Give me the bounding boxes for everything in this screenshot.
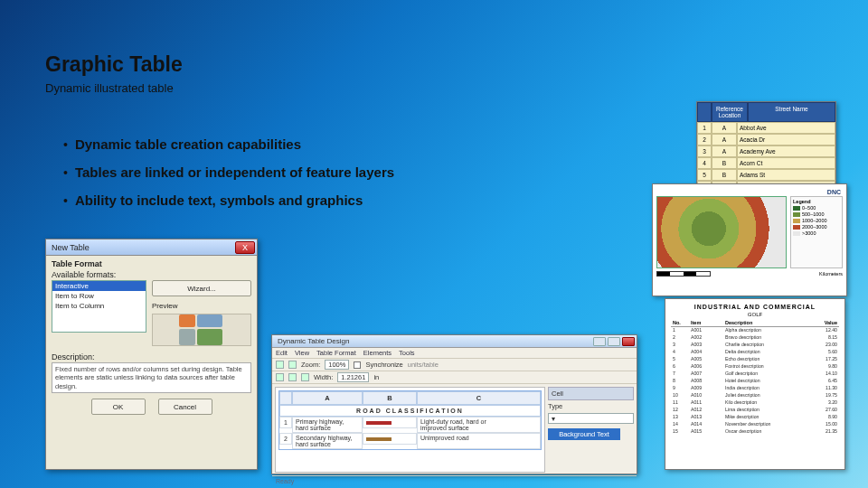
preview-label: Preview <box>152 302 251 310</box>
col-header[interactable]: B <box>363 391 417 405</box>
table-row: 9A009India description11.30 <box>671 385 839 392</box>
unit-label: in <box>373 373 379 381</box>
table-row: 4A004Delta description5.60 <box>671 349 839 356</box>
cell[interactable]: Unimproved road <box>417 433 541 449</box>
legend-item: 1000–2000 <box>793 218 840 223</box>
col-header[interactable] <box>279 391 292 405</box>
page-subtitle: Dynamic illustrated table <box>45 81 174 95</box>
table-row: 1AAbbot Ave <box>697 122 835 134</box>
table-row: 8A008Hotel description6.45 <box>671 378 839 385</box>
zoom-field[interactable]: 100% <box>325 360 349 370</box>
menu-item[interactable]: Table Format <box>316 349 356 357</box>
table-row: 10A010Juliet description19.75 <box>671 392 839 399</box>
thumbnail-report: INDUSTRIAL AND COMMERCIAL GOLF No. Item … <box>665 298 845 470</box>
ok-button[interactable]: OK <box>91 399 146 415</box>
preview-pane <box>152 314 251 346</box>
preview-thumb <box>179 314 224 345</box>
col-header[interactable]: C <box>417 391 541 405</box>
width-field[interactable]: 1.21261 <box>337 372 369 382</box>
sync-label: Synchronize <box>365 361 402 369</box>
tool-icon[interactable] <box>276 361 284 369</box>
units-label: units/table <box>408 361 439 369</box>
table-row: 5A005Echo description17.25 <box>671 356 839 363</box>
row-number[interactable]: 2 <box>279 433 292 445</box>
close-button[interactable] <box>622 337 635 346</box>
table-row: 7A007Golf description14.10 <box>671 371 839 378</box>
cell[interactable]: Secondary highway, hard surface <box>292 433 363 449</box>
tool-icon[interactable] <box>301 373 309 381</box>
panel-header: Cell <box>548 387 634 400</box>
col-header: Item <box>689 320 723 325</box>
table-row: 3A003Charlie description23.00 <box>671 342 839 349</box>
report-group: GOLF <box>671 312 839 317</box>
cell[interactable] <box>363 417 417 428</box>
col-header: Description <box>723 320 808 325</box>
description-text: Fixed number of rows and/or columns set … <box>52 362 251 393</box>
menu-item[interactable]: View <box>295 349 309 357</box>
list-item[interactable]: Interactive <box>52 281 146 291</box>
close-button[interactable]: X <box>235 241 255 254</box>
menubar: Edit View Table Format Elements Tools <box>272 348 637 359</box>
map-legend: Legend 0–500500–10001000–20002000–3000>3… <box>790 196 843 268</box>
cell[interactable]: Light-duty road, hard or improved surfac… <box>417 417 541 433</box>
th-header <box>697 102 712 122</box>
cancel-button[interactable]: Cancel <box>158 399 212 415</box>
group-label: Table Format <box>52 259 251 268</box>
list-item[interactable]: Item to Column <box>52 301 146 311</box>
cell-tag[interactable]: Background Text <box>548 428 620 440</box>
tool-icon[interactable] <box>288 373 297 381</box>
table-row: 4BAcorn Ct <box>697 157 835 169</box>
table-row: 14A014November description15.00 <box>671 421 839 428</box>
swatch-icon <box>366 437 392 441</box>
bullet-icon: • <box>63 136 68 154</box>
properties-panel: Cell Type ▾ Background Text <box>548 387 634 473</box>
table-row: 2AAcacia Dr <box>697 134 835 145</box>
new-table-dialog: New Table X Table Format Available forma… <box>45 239 258 470</box>
table-designer-dialog: Dynamic Table Design Edit View Table For… <box>271 334 637 474</box>
cell[interactable]: Primary highway, hard surface <box>292 417 363 433</box>
cell[interactable] <box>363 433 417 445</box>
minimize-button[interactable] <box>593 337 606 346</box>
bullet-icon: • <box>63 192 68 210</box>
description-label: Description: <box>52 352 251 361</box>
status-bar: Ready <box>272 475 637 486</box>
width-label: Width: <box>314 373 333 381</box>
list-item[interactable]: Item to Row <box>52 291 146 301</box>
sync-checkbox[interactable] <box>354 361 361 369</box>
map-header: DNC <box>656 188 843 196</box>
cell-text: improved surface <box>420 425 469 431</box>
row-number[interactable]: 1 <box>279 417 292 428</box>
dialog-title: New Table <box>52 243 90 252</box>
tool-icon[interactable] <box>276 373 284 381</box>
cell-text: Secondary highway, <box>296 435 353 441</box>
menu-item[interactable]: Elements <box>363 349 392 357</box>
report-title: INDUSTRIAL AND COMMERCIAL <box>671 304 839 310</box>
legend-item: 2000–3000 <box>793 224 840 230</box>
bullet-text: Tables are linked or independent of feat… <box>75 164 394 182</box>
menu-item[interactable]: Tools <box>399 349 415 357</box>
titlebar: Dynamic Table Design <box>272 335 637 348</box>
col-header[interactable]: A <box>292 391 363 405</box>
col-header: No. <box>671 320 689 325</box>
cell-text: hard surface <box>296 425 331 431</box>
cell-text: hard surface <box>296 441 331 447</box>
slide: Graphic Table Dynamic illustrated table … <box>0 0 868 488</box>
wizard-button[interactable]: Wizard... <box>152 280 251 296</box>
table-row: 12A012Lima description27.60 <box>671 407 839 414</box>
th-header: Reference Location <box>712 102 748 122</box>
legend-item: 0–500 <box>793 205 840 211</box>
format-list[interactable]: Interactive Item to Row Item to Column <box>52 280 146 333</box>
bullet-text: Ability to include text, symbols and gra… <box>75 192 363 210</box>
available-label: Available formats: <box>52 270 251 279</box>
maximize-button[interactable] <box>608 337 620 346</box>
table-row: 6A006Foxtrot description9.80 <box>671 363 839 371</box>
design-canvas[interactable]: A B C ROAD CLASSIFICATION 1 Primary high… <box>275 387 545 473</box>
bullet-icon: • <box>63 164 68 182</box>
table-title-cell[interactable]: ROAD CLASSIFICATION <box>279 405 541 417</box>
menu-item[interactable]: Edit <box>276 349 288 357</box>
thumbnail-map: DNC Legend 0–500500–10001000–20002000–30… <box>652 183 847 296</box>
table-row: 5BAdams St <box>697 169 835 181</box>
type-select[interactable]: ▾ <box>548 413 634 424</box>
tool-icon[interactable] <box>288 361 297 369</box>
zoom-label: Zoom: <box>301 361 320 369</box>
